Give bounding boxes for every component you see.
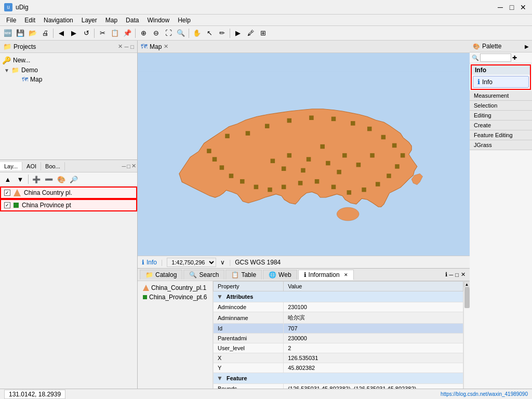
palette-expand-button[interactable]: ▶ — [525, 44, 529, 49]
close-button[interactable]: ✕ — [518, 3, 528, 12]
layer-country-checkbox[interactable]: ✓ — [4, 190, 10, 196]
zoom-out-button[interactable]: ⊖ — [150, 28, 162, 39]
pan-button[interactable]: ✋ — [191, 28, 203, 39]
refresh-button[interactable]: ↺ — [81, 28, 92, 39]
edit-button[interactable]: 🖉 — [245, 28, 256, 39]
tab-search[interactable]: 🔍 Search — [183, 270, 224, 280]
layer-up-button[interactable]: ▲ — [2, 174, 14, 185]
scale-select[interactable]: 1:42,750,296 — [167, 258, 216, 267]
map-close-button[interactable]: ✕ — [164, 43, 168, 50]
projects-min-button[interactable]: ─ — [125, 44, 129, 50]
new-button[interactable]: 🆕 — [2, 28, 14, 39]
source-province[interactable]: China_Province_pt.6 — [140, 292, 210, 302]
tree-demo[interactable]: ▼ 📁 Demo — [2, 65, 135, 75]
projects-close-button[interactable]: ✕ — [118, 43, 123, 50]
map-canvas[interactable] — [138, 53, 470, 256]
map-info-link[interactable]: ℹ Info — [142, 259, 157, 266]
create-section[interactable]: Create — [470, 121, 532, 130]
selection-section[interactable]: Selection — [470, 101, 532, 111]
tab-catalog[interactable]: 📁 Catalog — [140, 270, 182, 280]
menu-layer[interactable]: Layer — [77, 16, 101, 25]
measurement-section[interactable]: Measurement — [470, 91, 532, 101]
forward-button[interactable]: ▶ — [68, 28, 79, 39]
section-attributes: ▼ Attributes — [214, 291, 463, 302]
table-row: Admincode 230100 — [214, 302, 463, 312]
tab-info-close[interactable]: ✕ — [344, 272, 348, 277]
editing-section[interactable]: Editing — [470, 111, 532, 121]
back-button[interactable]: ◀ — [56, 28, 67, 39]
menu-file[interactable]: File — [2, 16, 20, 25]
layer-style-button[interactable]: 🎨 — [56, 174, 67, 185]
layers-tabs: Lay... AOI Boo... ─ □ ✕ — [0, 160, 137, 172]
palette-add-icon[interactable]: ✚ — [512, 55, 517, 61]
layer-province-checkbox[interactable]: ✓ — [4, 202, 10, 208]
layer-del-button[interactable]: ➖ — [43, 174, 55, 185]
layers-max-button[interactable]: □ — [127, 163, 130, 169]
maximize-button[interactable]: □ — [507, 3, 516, 12]
menu-data[interactable]: Data — [122, 16, 143, 25]
menu-window[interactable]: Window — [143, 16, 174, 25]
menu-edit[interactable]: Edit — [20, 16, 39, 25]
minimize-button[interactable]: ─ — [496, 3, 505, 12]
copy-button[interactable]: 📋 — [109, 28, 121, 39]
tab-table[interactable]: 📋 Table — [225, 270, 262, 280]
layer-down-button[interactable]: ▼ — [15, 174, 26, 185]
scroll-up-button[interactable]: ▲ — [464, 281, 470, 287]
map-statusbar: ℹ Info | 1:42,750,296 ∨ | GCS WGS 1984 — [138, 256, 470, 268]
layers-min-button[interactable]: ─ — [122, 163, 126, 169]
tree-map[interactable]: 🗺 Map — [2, 75, 135, 84]
info-icon: ℹ — [142, 259, 144, 266]
tab-layers[interactable]: Lay... — [0, 162, 22, 170]
toolbar-new-project[interactable]: 🔑 New... — [2, 55, 135, 65]
svg-rect-21 — [315, 179, 320, 184]
attributes-arrow[interactable]: ▼ — [217, 293, 223, 300]
zoom-select-button[interactable]: 🔍 — [175, 28, 187, 39]
tab-close-btn[interactable]: ✕ — [461, 271, 466, 278]
select-button[interactable]: ↖ — [204, 28, 215, 39]
zoom-in-button[interactable]: ⊕ — [138, 28, 149, 39]
projects-panel-header: 📁 Projects ✕ ─ □ — [0, 41, 137, 53]
print-button[interactable]: 🖨 — [39, 28, 51, 39]
layer-china-country[interactable]: ✓ China Country pl. — [0, 187, 137, 199]
open-button[interactable]: 📂 — [27, 28, 38, 39]
menu-help[interactable]: Help — [174, 16, 195, 25]
scroll-thumb[interactable] — [464, 287, 470, 308]
menu-navigation[interactable]: Navigation — [39, 16, 77, 25]
layer-add-button[interactable]: ➕ — [31, 174, 42, 185]
svg-rect-13 — [392, 143, 397, 148]
save-button[interactable]: 💾 — [15, 28, 26, 39]
zoom-fit-button[interactable]: ⛶ — [163, 28, 174, 39]
feature-arrow[interactable]: ▼ — [217, 375, 223, 382]
tab-min-btn[interactable]: ─ — [449, 272, 454, 278]
tab-max-btn[interactable]: □ — [455, 272, 459, 278]
menu-map[interactable]: Map — [101, 16, 122, 25]
layer-zoom-button[interactable]: 🔎 — [68, 174, 79, 185]
feature-editing-section[interactable]: Feature Editing — [470, 130, 532, 140]
layer-china-province[interactable]: ✓ China Province pt — [0, 199, 137, 211]
scroll-track[interactable] — [464, 287, 470, 399]
svg-rect-34 — [326, 161, 330, 166]
tab-info-btn[interactable]: ℹ — [445, 271, 447, 278]
tab-bookmarks[interactable]: Boo... — [41, 162, 65, 170]
palette-search-icon: 🔍 — [472, 55, 479, 61]
status-url[interactable]: https://blog.csdn.net/waxin_41989090 — [441, 391, 528, 397]
draw-button[interactable]: ✏ — [216, 28, 228, 39]
tab-web[interactable]: 🌐 Web — [263, 270, 297, 280]
play-button[interactable]: ▶ — [232, 28, 244, 39]
svg-rect-17 — [376, 182, 380, 187]
source-country[interactable]: China_Country_pl.1 — [140, 283, 210, 292]
layers-close-button[interactable]: ✕ — [131, 163, 136, 169]
paste-button[interactable]: 📌 — [122, 28, 133, 39]
projects-max-button[interactable]: □ — [130, 44, 134, 50]
new-project-label: New... — [13, 57, 30, 64]
svg-rect-36 — [287, 153, 292, 158]
tab-aoi[interactable]: AOI — [22, 162, 41, 170]
info-item[interactable]: ℹ Info — [473, 76, 529, 88]
jgrass-section[interactable]: JGrass — [470, 140, 532, 150]
tab-information[interactable]: ℹ Information ✕ — [298, 270, 354, 280]
cut-button[interactable]: ✂ — [97, 28, 108, 39]
layer-province-label: China Province pt — [22, 202, 71, 209]
grid-button[interactable]: ⊞ — [257, 28, 269, 39]
table-scrollbar[interactable]: ▲ ▼ — [463, 281, 470, 399]
palette-search-input[interactable] — [480, 54, 511, 62]
